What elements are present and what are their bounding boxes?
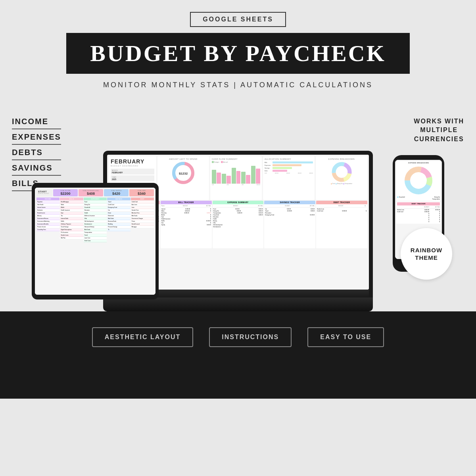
tablet: START MONTHLY BUDGET TOTAL INCOME $2200 … — [32, 183, 159, 299]
rainbow-theme-badge: RAINBOWTHEME — [401, 228, 452, 280]
svg-point-13 — [411, 173, 426, 188]
currencies-badge: WORKS WITHMULTIPLECURRENCIES — [414, 117, 464, 144]
google-sheets-badge: GOOGLE SHEETS — [190, 12, 286, 27]
instructions-badge: INSTRUCTIONS — [209, 327, 292, 347]
left-labels: INCOME EXPENSES DEBTS SAVINGS BILLS — [12, 117, 61, 191]
tablet-container: START MONTHLY BUDGET TOTAL INCOME $2200 … — [32, 183, 159, 299]
label-income: INCOME — [12, 117, 61, 129]
currencies-text: WORKS WITHMULTIPLECURRENCIES — [414, 117, 464, 144]
laptop-keyboard — [103, 298, 373, 311]
aesthetic-layout-badge: AESTHETIC LAYOUT — [92, 327, 193, 347]
device-section: INCOME EXPENSES DEBTS SAVINGS BILLS WORK… — [0, 105, 476, 311]
easy-to-use-badge: EASY TO USE — [307, 327, 384, 347]
label-savings: SAVINGS — [12, 163, 61, 176]
bottom-section: AESTHETIC LAYOUT INSTRUCTIONS EASY TO US… — [0, 311, 476, 399]
main-title: BUDGET BY PAYCHECK — [90, 40, 386, 67]
google-sheets-text: GOOGLE SHEETS — [203, 16, 273, 23]
subtitle: MONITOR MONTHLY STATS | AUTOMATIC CALCUL… — [24, 81, 452, 89]
svg-text:$1232: $1232 — [179, 172, 188, 175]
rainbow-theme-text: RAINBOWTHEME — [411, 246, 442, 262]
label-expenses: EXPENSES — [12, 132, 61, 145]
label-debts: DEBTS — [12, 148, 61, 160]
tablet-screen: START MONTHLY BUDGET TOTAL INCOME $2200 … — [35, 188, 155, 295]
svg-point-8 — [336, 167, 347, 177]
top-section: GOOGLE SHEETS BUDGET BY PAYCHECK MONITOR… — [0, 0, 476, 105]
main-title-box: BUDGET BY PAYCHECK — [66, 33, 410, 74]
